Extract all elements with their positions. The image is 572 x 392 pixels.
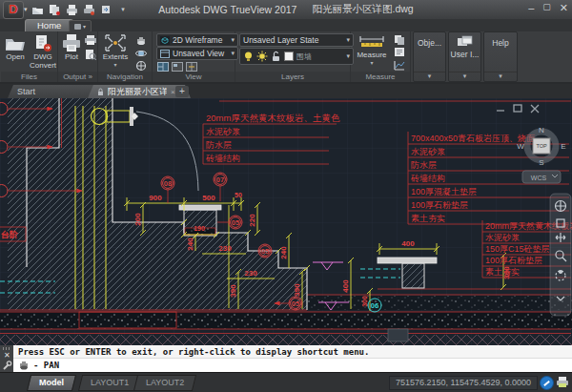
svg-text:50: 50	[235, 192, 242, 198]
svg-text:190: 190	[194, 225, 205, 232]
pan-command-icon	[18, 360, 30, 371]
tab-layout2[interactable]: LAYOUT2	[133, 375, 197, 391]
visual-style-combo[interactable]: 2D Wireframe ▾	[156, 33, 238, 47]
dwg-convert-big-icon	[33, 33, 52, 52]
quick-select-icon[interactable]	[393, 33, 405, 45]
help-expand-icon[interactable]: ▾	[484, 72, 517, 80]
svg-text:防水层: 防水层	[206, 140, 232, 150]
panel-layers: Unsaved Layer State ▾ 围墙 ▾ Layers	[235, 31, 351, 82]
panel-help-collapsed[interactable]: Help ▾	[483, 31, 518, 82]
drawing-lock-icon	[97, 88, 104, 96]
command-close-icon[interactable]: ✕	[4, 351, 10, 360]
measure-button[interactable]: Measure ▾	[355, 33, 389, 66]
pan-tool-icon[interactable]	[134, 34, 147, 46]
grip-dots-icon	[3, 347, 10, 350]
close-icon[interactable]: ✕	[560, 2, 568, 14]
annotation-monitor-icon[interactable]	[540, 376, 554, 390]
steering-wheel-icon[interactable]	[134, 60, 147, 72]
orbit-tool-icon[interactable]	[134, 48, 147, 59]
objects-expand-icon[interactable]: ▾	[414, 72, 445, 80]
open-button[interactable]: Open	[3, 33, 28, 61]
tab-layout1[interactable]: LAYOUT1	[78, 375, 142, 391]
svg-text:400: 400	[341, 279, 350, 293]
svg-text:100厚混凝土垫层: 100厚混凝土垫层	[411, 187, 477, 196]
svg-text:水泥砂浆: 水泥砂浆	[206, 127, 240, 136]
tab-home[interactable]: Home	[25, 19, 73, 32]
svg-text:砖墙结构: 砖墙结构	[410, 174, 445, 183]
group-label-layers: Layers	[235, 72, 350, 82]
output-dialog-launcher-icon[interactable]: »	[88, 72, 92, 81]
viewcube-east[interactable]: E	[561, 142, 565, 151]
svg-text:100厚石粉垫层: 100厚石粉垫层	[411, 200, 468, 210]
preview-small-icon[interactable]	[84, 49, 96, 60]
layer-combo[interactable]: 围墙 ▾	[239, 48, 354, 65]
status-bar: Model LAYOUT1 LAYOUT2 751576.2150, 11547…	[0, 372, 572, 392]
command-window-grip[interactable]: ✕	[0, 345, 14, 372]
minimize-icon[interactable]: –	[528, 2, 534, 14]
wcs-menu[interactable]: WCS	[522, 171, 561, 183]
command-input-line[interactable]: - PAN	[13, 359, 572, 372]
plot-icon[interactable]	[65, 3, 78, 16]
group-label-navigation: Navigation	[98, 72, 152, 82]
panel-navigation: Extents ▾ Navigation	[98, 31, 153, 82]
svg-text:900: 900	[149, 194, 162, 202]
svg-text:300: 300	[361, 296, 368, 307]
viewcube-south[interactable]: S	[539, 158, 543, 167]
extents-button[interactable]: Extents ▾	[100, 33, 131, 68]
navbar-steering-wheel-icon[interactable]	[556, 201, 566, 212]
svg-text:TOP: TOP	[536, 143, 547, 149]
app-logo[interactable]: D	[3, 1, 24, 19]
group-label-output: Output »	[58, 72, 97, 82]
svg-text:240: 240	[279, 246, 288, 259]
svg-text:05: 05	[261, 247, 269, 256]
list-icon[interactable]	[393, 46, 405, 57]
app-menu-caret-icon[interactable]: ▾	[24, 6, 28, 13]
extents-icon	[104, 33, 127, 52]
publish-icon[interactable]	[99, 3, 112, 16]
layer-color-swatch	[284, 52, 294, 61]
layer-freeze-icon	[256, 51, 268, 62]
open-icon[interactable]	[31, 3, 44, 16]
batch-plot-small-icon[interactable]	[84, 34, 96, 46]
dwg-convert-icon[interactable]	[48, 3, 61, 16]
qat-customize-icon[interactable]: ▾	[116, 3, 130, 16]
file-tab-bar: Start 阳光丽景小区详图 × +	[0, 84, 572, 98]
extents-flyout-icon[interactable]: ▾	[113, 61, 116, 68]
named-view-icon	[160, 50, 170, 58]
navigation-bar	[550, 194, 571, 316]
svg-text:08: 08	[164, 179, 172, 188]
layer-state-combo[interactable]: Unsaved Layer State ▾	[239, 33, 354, 47]
tab-close-icon[interactable]: ×	[171, 88, 175, 96]
svg-text:400: 400	[401, 239, 415, 248]
viewcube-north[interactable]: N	[539, 126, 544, 134]
user-interface-expand-icon[interactable]: ▾	[449, 72, 480, 80]
svg-text:05: 05	[292, 299, 299, 308]
svg-text:500: 500	[202, 194, 215, 202]
viewcube-west[interactable]: W	[517, 142, 524, 151]
panel-files: Open DWG Convert Files	[1, 31, 58, 82]
svg-text:200: 200	[133, 213, 142, 226]
svg-text:WCS: WCS	[531, 175, 547, 181]
batch-plot-icon[interactable]	[82, 3, 95, 16]
measure-flyout-icon[interactable]: ▾	[370, 59, 373, 66]
command-line-area: ✕ Press ESC or ENTER to exit, or right-c…	[0, 345, 572, 372]
maximize-icon[interactable]: ▢	[542, 2, 551, 14]
named-view-combo[interactable]: Unsaved View ▾	[156, 47, 238, 60]
ribbon: Open DWG Convert Files Plot Output »	[0, 31, 572, 84]
command-customize-icon[interactable]	[2, 361, 12, 371]
plot-status-icon[interactable]	[556, 376, 569, 388]
command-prompt-line[interactable]: Press ESC or ENTER to exit, or right-cli…	[13, 345, 572, 359]
plot-button[interactable]: Plot	[60, 33, 83, 61]
svg-text:150厚C15砼垫层: 150厚C15砼垫层	[485, 244, 550, 254]
svg-text:100厚石粉垫层: 100厚石粉垫层	[485, 256, 542, 265]
point-coordinates-icon[interactable]	[393, 59, 405, 71]
svg-text:230: 230	[244, 269, 257, 278]
new-tab-button[interactable]: +	[175, 86, 189, 97]
svg-text:水泥砂浆: 水泥砂浆	[411, 147, 445, 156]
panel-user-interface-collapsed[interactable]: User I... ▾	[448, 31, 481, 82]
drawing-canvas[interactable]: 900 500 50 200 190 220 240 230 240 230 3…	[0, 98, 572, 345]
tab-model[interactable]: Model	[27, 375, 76, 391]
svg-text:20mm厚天然黄木纹板岩、土黄色: 20mm厚天然黄木纹板岩、土黄色	[206, 113, 340, 123]
dwg-convert-button[interactable]: DWG Convert	[30, 33, 56, 70]
panel-objects-collapsed[interactable]: Obje... ▾	[413, 31, 446, 82]
